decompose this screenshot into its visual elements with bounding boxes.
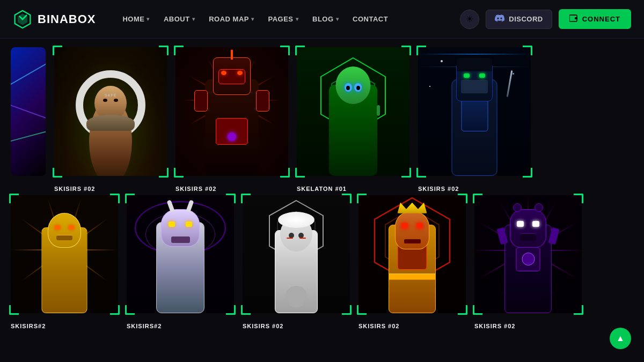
chevron-up-icon: ▲ bbox=[616, 334, 625, 343]
corner-tl bbox=[9, 194, 19, 203]
nav-blog[interactable]: BLOG ▾ bbox=[307, 11, 344, 27]
corner-br bbox=[280, 168, 290, 178]
chevron-down-icon: ▾ bbox=[192, 16, 195, 22]
nft-label-r2c4: SKISIRS #02 bbox=[358, 323, 399, 329]
corner-tl bbox=[295, 46, 305, 55]
corner-tr bbox=[110, 194, 120, 203]
nft-card-r2c5[interactable]: SKISIRS #02 bbox=[474, 195, 582, 313]
corner-bl bbox=[473, 305, 482, 315]
corner-tr bbox=[574, 194, 583, 203]
navbar: BINABOX HOME ▾ ABOUT ▾ ROAD MAP ▾ PAGES … bbox=[0, 0, 644, 39]
corner-tl bbox=[53, 46, 62, 55]
corner-tl bbox=[357, 194, 367, 203]
nft-label-r2c2: SKISIRS#2 bbox=[127, 323, 162, 329]
corner-bl bbox=[295, 168, 305, 178]
corner-tl bbox=[473, 194, 482, 203]
corner-tr bbox=[226, 194, 236, 203]
nft-label-r1c2: SKISIRS #02 bbox=[175, 186, 216, 192]
corner-tr bbox=[523, 46, 532, 55]
nav-pages[interactable]: PAGES ▾ bbox=[262, 11, 304, 27]
corner-bl bbox=[125, 305, 135, 315]
partial-card-left[interactable] bbox=[11, 47, 46, 176]
corner-bl bbox=[174, 168, 184, 178]
nft-card-r1c2[interactable]: SKISIRS #02 bbox=[175, 47, 288, 176]
corner-br bbox=[110, 305, 120, 315]
corner-tl bbox=[241, 194, 251, 203]
nft-card-r2c1[interactable]: SKISIRS#2 bbox=[11, 195, 118, 313]
corner-br bbox=[401, 168, 411, 178]
theme-toggle-button[interactable]: ☀ bbox=[460, 10, 479, 29]
chevron-down-icon: ▾ bbox=[336, 16, 339, 22]
corner-bl bbox=[241, 305, 251, 315]
corner-bl bbox=[53, 168, 62, 178]
corner-br bbox=[226, 305, 236, 315]
sun-icon: ☀ bbox=[466, 14, 473, 24]
nft-label-r1c4: SKISIRS #02 bbox=[418, 186, 459, 192]
wallet-icon bbox=[569, 14, 578, 24]
corner-tr bbox=[159, 46, 169, 55]
nft-card-r2c3[interactable]: SKISIRS #02 bbox=[243, 195, 350, 313]
nav-actions: ☀ DISCORD CONNECT bbox=[460, 9, 631, 29]
svg-rect-5 bbox=[575, 17, 577, 19]
gallery-row-2: SKISIRS#2 bbox=[11, 195, 633, 313]
corner-br bbox=[342, 305, 352, 315]
corner-tl bbox=[125, 194, 135, 203]
chevron-down-icon: ▾ bbox=[251, 16, 254, 22]
logo-icon bbox=[13, 10, 32, 29]
scroll-up-button[interactable]: ▲ bbox=[610, 328, 631, 349]
nft-card-r2c2[interactable]: SKISIRS#2 bbox=[127, 195, 234, 313]
corner-br bbox=[523, 168, 532, 178]
nft-label-r2c5: SKISIRS #02 bbox=[474, 323, 515, 329]
corner-br bbox=[458, 305, 467, 315]
logo-text: BINABOX bbox=[38, 12, 96, 26]
nav-home[interactable]: HOME ▾ bbox=[117, 11, 155, 27]
discord-button[interactable]: DISCORD bbox=[486, 10, 552, 29]
nav-links: HOME ▾ ABOUT ▾ ROAD MAP ▾ PAGES ▾ BLOG ▾… bbox=[117, 11, 449, 27]
corner-bl bbox=[416, 168, 426, 178]
corner-tr bbox=[280, 46, 290, 55]
chevron-down-icon: ▾ bbox=[296, 16, 299, 22]
logo[interactable]: BINABOX bbox=[13, 10, 96, 29]
nav-about[interactable]: ABOUT ▾ bbox=[158, 11, 200, 27]
nft-card-r2c4[interactable]: SKISIRS #02 bbox=[358, 195, 466, 313]
nft-label-r2c3: SKISIRS #02 bbox=[243, 323, 283, 329]
nft-gallery: SAFE SKISIRS #02 bbox=[0, 39, 644, 327]
corner-bl bbox=[357, 305, 367, 315]
connect-button[interactable]: CONNECT bbox=[559, 9, 631, 29]
corner-tl bbox=[416, 46, 426, 55]
corner-tr bbox=[342, 194, 352, 203]
gallery-row-1: SAFE SKISIRS #02 bbox=[11, 47, 633, 176]
nft-card-r1c1[interactable]: SAFE SKISIRS #02 bbox=[54, 47, 167, 176]
nft-label-r1c3: SKELATON #01 bbox=[297, 186, 347, 192]
corner-tr bbox=[401, 46, 411, 55]
corner-bl bbox=[9, 305, 19, 315]
corner-br bbox=[574, 305, 583, 315]
discord-icon bbox=[495, 14, 504, 24]
corner-tr bbox=[458, 194, 467, 203]
chevron-down-icon: ▾ bbox=[147, 16, 150, 22]
nft-label-r2c1: SKISIRS#2 bbox=[11, 323, 46, 329]
corner-tl bbox=[174, 46, 184, 55]
nav-roadmap[interactable]: ROAD MAP ▾ bbox=[203, 11, 259, 27]
nft-card-r1c4[interactable]: SKISIRS #02 bbox=[418, 47, 531, 176]
nav-contact[interactable]: CONTACT bbox=[347, 11, 393, 27]
nft-label-r1c1: SKISIRS #02 bbox=[54, 186, 95, 192]
nft-card-r1c3[interactable]: SKELATON #01 bbox=[297, 47, 409, 176]
corner-br bbox=[159, 168, 169, 178]
